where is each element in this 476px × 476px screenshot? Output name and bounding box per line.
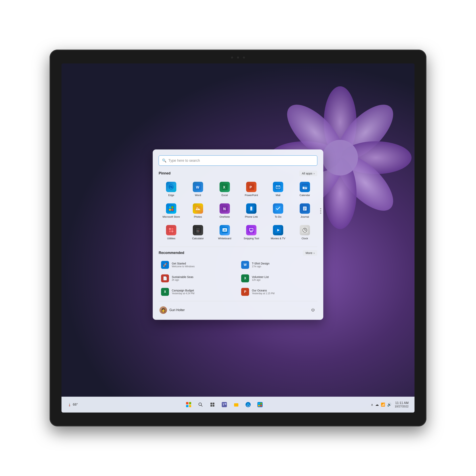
todo-label: To Do: [275, 215, 281, 219]
windows-logo: [186, 402, 191, 407]
mail-icon: [273, 182, 283, 192]
volunteer-subtitle: 12h ago: [252, 278, 269, 281]
app-photos[interactable]: Photos: [186, 201, 211, 221]
all-apps-button[interactable]: All apps ›: [299, 170, 317, 176]
app-utilities[interactable]: Utilities: [159, 222, 184, 243]
svg-rect-72: [234, 403, 238, 407]
system-icons: ∧ ☁ 📶 🔊: [371, 402, 391, 407]
weather-icon: 🌡️: [68, 403, 72, 407]
svg-point-32: [251, 210, 252, 210]
utilities-label: Utilities: [167, 237, 175, 240]
whiteboard-label: Whiteboard: [218, 237, 231, 240]
app-whiteboard[interactable]: Whiteboard: [212, 222, 237, 243]
taskbar-right: ∧ ☁ 📶 🔊 11:11 AM 10/27/2022: [371, 401, 408, 408]
camera-bar: [50, 51, 426, 64]
app-phonelink[interactable]: Phone Link: [239, 201, 264, 221]
app-clock[interactable]: Clock: [292, 222, 317, 243]
clock-display[interactable]: 11:11 AM 10/27/2022: [395, 401, 408, 408]
chevron-up-icon[interactable]: ∧: [371, 403, 373, 407]
phonelink-label: Phone Link: [245, 215, 258, 219]
rec-sustainable[interactable]: 📄 Sustainable Seas 2h ago: [159, 272, 237, 284]
svg-rect-26: [195, 205, 201, 211]
svg-rect-45: [196, 228, 200, 230]
page-dot-1: [320, 208, 321, 209]
win-pane-4: [189, 405, 191, 407]
taskbar-edge-button[interactable]: [243, 399, 253, 410]
movies-label: Movies & TV: [271, 237, 285, 240]
svg-text:X: X: [223, 185, 225, 189]
clock-icon: [300, 225, 310, 235]
oceans-name: Our Oceans: [252, 289, 274, 292]
page-dot-3: [320, 213, 321, 214]
camera-dot-3: [243, 56, 245, 58]
excel-icon: X: [220, 182, 230, 192]
app-journal[interactable]: Journal: [292, 201, 317, 221]
rec-campaign[interactable]: X Campaign Budget Yesterday at 4:24 PM: [159, 286, 237, 298]
app-powerpoint[interactable]: P PowerPoint: [239, 179, 264, 199]
recommended-title: Recommended: [159, 251, 184, 255]
oceans-subtitle: Yesterday at 1:15 PM: [252, 292, 274, 295]
svg-rect-54: [248, 227, 254, 233]
win-pane-2: [189, 402, 191, 404]
camera-dot: [231, 56, 233, 58]
photos-label: Photos: [194, 215, 202, 219]
phonelink-icon: [246, 203, 256, 214]
svg-rect-78: [260, 405, 262, 407]
clock-time: 11:11 AM: [395, 401, 408, 405]
app-onenote[interactable]: N OneNote: [212, 201, 237, 221]
svg-rect-77: [258, 405, 260, 407]
sustainable-info: Sustainable Seas 2h ago: [172, 275, 193, 281]
svg-rect-22: [169, 206, 171, 208]
rec-get-started[interactable]: 🚀 Get Started Welcome to Windows: [159, 259, 237, 271]
device: 🔍 Type here to search Pinned All apps ›: [50, 50, 426, 426]
app-msstore[interactable]: Microsoft Store: [159, 201, 184, 221]
svg-rect-41: [171, 228, 173, 230]
oceans-icon: P: [241, 288, 249, 296]
msstore-icon: [166, 203, 176, 214]
get-started-subtitle: Welcome to Windows: [172, 265, 195, 268]
volume-icon[interactable]: 🔊: [387, 402, 391, 407]
rec-oceans[interactable]: P Our Oceans Yesterday at 1:15 PM: [239, 286, 317, 298]
calendar-label: Calendar: [300, 194, 310, 197]
journal-icon: [300, 203, 310, 214]
network-icon[interactable]: ☁: [375, 402, 379, 407]
svg-point-61: [305, 230, 305, 230]
app-edge[interactable]: Edge: [159, 179, 184, 199]
camera-dot-2: [237, 56, 239, 58]
svg-rect-43: [171, 230, 173, 232]
teams-button[interactable]: T M: [219, 399, 229, 410]
oceans-info: Our Oceans Yesterday at 1:15 PM: [252, 289, 274, 295]
taskbar-store-button[interactable]: [255, 399, 265, 410]
rec-tshirt[interactable]: W T-Shirt Design 17m ago: [239, 259, 317, 271]
search-bar[interactable]: 🔍 Type here to search: [159, 155, 317, 166]
user-avatar: 👩: [159, 306, 167, 314]
explorer-button[interactable]: [231, 399, 241, 410]
msstore-label: Microsoft Store: [163, 215, 180, 219]
wifi-icon[interactable]: 📶: [381, 402, 385, 407]
app-calendar[interactable]: 27 Calendar: [292, 179, 317, 199]
weather-widget[interactable]: 🌡️ 68°: [68, 403, 78, 407]
app-snipping[interactable]: Snipping Tool: [239, 222, 264, 243]
taskbar: 🌡️ 68°: [62, 397, 414, 412]
app-mail[interactable]: Mail: [266, 179, 291, 199]
rec-volunteer[interactable]: X Volunteer List 12h ago: [239, 272, 317, 284]
taskbar-search-button[interactable]: [195, 399, 206, 410]
svg-rect-23: [171, 206, 173, 208]
power-button[interactable]: [309, 306, 317, 314]
svg-point-8: [322, 140, 358, 175]
tshirt-subtitle: 17m ago: [252, 265, 270, 268]
app-excel[interactable]: X Excel: [212, 179, 237, 199]
app-todo[interactable]: To Do: [266, 201, 291, 221]
app-calculator[interactable]: Calculator: [186, 222, 211, 243]
more-button[interactable]: More ›: [303, 250, 317, 256]
svg-point-51: [199, 231, 199, 232]
user-info[interactable]: 👩 Guri Holter: [159, 306, 185, 314]
app-movies[interactable]: Movies & TV: [266, 222, 291, 243]
task-view-button[interactable]: [207, 399, 218, 410]
start-button[interactable]: [184, 399, 194, 410]
mail-label: Mail: [276, 194, 280, 197]
campaign-name: Campaign Budget: [172, 289, 194, 292]
svg-text:27: 27: [304, 186, 307, 189]
app-word[interactable]: W Word: [186, 179, 211, 199]
taskbar-left: 🌡️ 68°: [68, 403, 78, 407]
